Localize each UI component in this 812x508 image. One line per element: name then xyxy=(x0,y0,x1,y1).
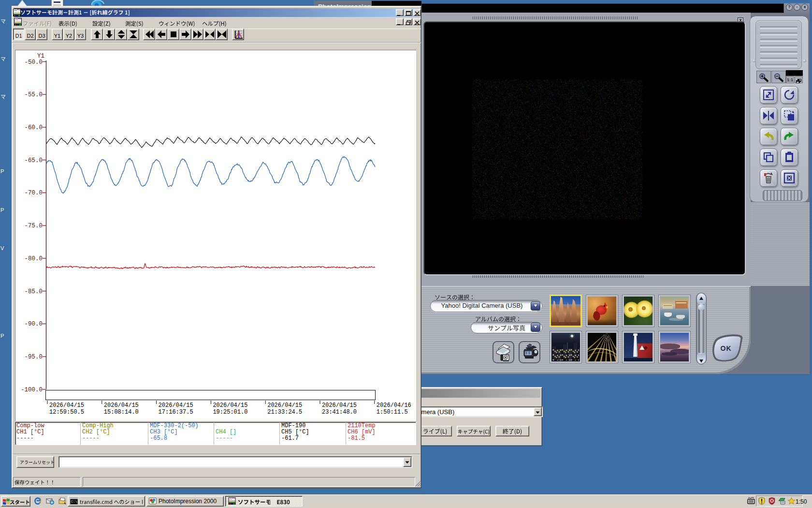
svg-text:17:16:37.5: 17:16:37.5 xyxy=(159,409,193,416)
svg-text:C:\: C:\ xyxy=(71,500,77,504)
svg-text:-55.0: -55.0 xyxy=(24,91,43,98)
svg-text:OK: OK xyxy=(721,344,732,352)
svg-text:2026/04/15: 2026/04/15 xyxy=(49,402,84,409)
svg-text:23:41:48.0: 23:41:48.0 xyxy=(322,409,357,416)
svg-text:Y1: Y1 xyxy=(37,53,44,60)
svg-text:-100.0: -100.0 xyxy=(21,387,43,393)
svg-text:19:25:01.0: 19:25:01.0 xyxy=(213,409,247,416)
svg-text:-80.0: -80.0 xyxy=(24,255,43,262)
svg-text:2026/04/15: 2026/04/15 xyxy=(267,402,302,409)
svg-text:-50.0: -50.0 xyxy=(24,59,43,66)
svg-text:-95.0: -95.0 xyxy=(24,354,43,360)
svg-text:2026/04/15: 2026/04/15 xyxy=(104,402,139,409)
svg-text:2026/04/15: 2026/04/15 xyxy=(322,402,357,409)
svg-text:-90.0: -90.0 xyxy=(24,321,43,328)
svg-text:-85.0: -85.0 xyxy=(24,288,43,295)
svg-text:15:08:14.0: 15:08:14.0 xyxy=(104,409,139,416)
svg-text:-65.0: -65.0 xyxy=(24,157,43,164)
svg-text:21:33:24.5: 21:33:24.5 xyxy=(267,409,302,416)
svg-text:-75.0: -75.0 xyxy=(24,223,43,229)
svg-text:2026/04/16: 2026/04/16 xyxy=(377,402,411,409)
svg-text:1:50:11.5: 1:50:11.5 xyxy=(377,409,408,416)
svg-text:12:59:50.5: 12:59:50.5 xyxy=(49,409,84,416)
svg-text:2026/04/15: 2026/04/15 xyxy=(213,402,247,409)
svg-text:2026/04/15: 2026/04/15 xyxy=(159,402,193,409)
svg-text:-70.0: -70.0 xyxy=(24,190,43,196)
svg-text:-60.0: -60.0 xyxy=(24,124,43,131)
